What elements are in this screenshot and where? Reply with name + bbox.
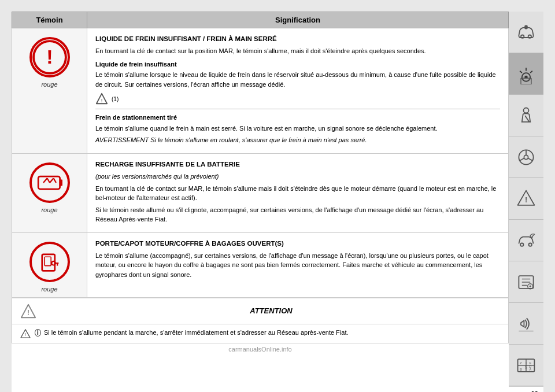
indicator-cell-2: rouge [12, 153, 87, 232]
desc-brake-4: AVERTISSEMENT Si le témoin s'allume en r… [95, 135, 500, 145]
exclamation-svg: ! [32, 39, 68, 75]
desc-brake-2: Le témoin s'allume lorsque le niveau de … [95, 70, 500, 89]
svg-text:!: ! [27, 309, 29, 317]
table-row: rouge PORTE/CAPOT MOTEUR/COFFRE À BAGAGE… [12, 232, 509, 297]
watermark: carmanualsOnline.info [12, 343, 509, 355]
right-sidebar: ! [509, 12, 543, 392]
svg-text:Z: Z [520, 361, 522, 365]
svg-point-37 [520, 243, 523, 246]
warning-light-icon [516, 64, 536, 84]
description-cell-1: LIQUIDE DE FREIN INSUFFISANT / FREIN À M… [87, 28, 509, 154]
hazard-icon: ! [516, 188, 536, 209]
steering-wheel-icon [516, 147, 536, 168]
note-triangle-icon: ! [20, 329, 31, 338]
svg-rect-5 [60, 179, 62, 186]
svg-line-25 [530, 71, 532, 73]
subtitle-brake-1: Liquide de frein insuffisant [95, 60, 500, 69]
svg-line-9 [53, 178, 56, 183]
door-svg [37, 249, 62, 275]
attention-title: ATTENTION [42, 306, 500, 315]
svg-line-7 [47, 178, 49, 183]
svg-point-38 [529, 243, 532, 246]
subtitle-brake-2: Frein de stationnement tiré [95, 113, 500, 123]
note-content: Si le témoin s'allume pendant la marche,… [44, 329, 349, 336]
svg-text:!: ! [46, 46, 53, 68]
header-signification: Signification [87, 12, 509, 28]
sidebar-item-service[interactable] [509, 220, 543, 261]
desc-brake-1: En tournant la clé de contact sur la pos… [95, 46, 500, 56]
sidebar-item-hazard[interactable]: ! [509, 178, 543, 220]
page-number: 41 [509, 386, 543, 392]
title-door: PORTE/CAPOT MOTEUR/COFFRE À BAGAGES OUVE… [95, 239, 500, 249]
sidebar-item-warning[interactable] [509, 53, 543, 95]
title-battery-sub: (pour les versions/marchés qui la prévoi… [95, 172, 500, 182]
svg-rect-21 [524, 25, 527, 29]
svg-text:!: ! [25, 332, 26, 337]
sidebar-item-language[interactable]: Z E B A C D I T [509, 345, 543, 386]
warning-text: (1) [112, 95, 119, 103]
battery-svg [37, 172, 62, 193]
attention-triangle-icon: ! [20, 303, 36, 319]
exclamation-circle-icon: ! [29, 37, 70, 77]
person-seatbelt-icon [516, 105, 536, 126]
svg-line-34 [528, 158, 533, 161]
title-battery: RECHARGE INSUFFISANTE DE LA BATTERIE [95, 160, 500, 169]
table-row: ! rouge LIQUIDE DE FREIN INSUFFISANT / F… [12, 28, 509, 154]
indicator-cell-3: rouge [12, 232, 87, 297]
indicator-table: Témoin Signification ! rouge [12, 12, 509, 298]
description-cell-2: RECHARGE INSUFFISANTE DE LA BATTERIE (po… [87, 153, 509, 232]
sidebar-item-audio[interactable] [509, 303, 543, 345]
audio-signal-icon [516, 313, 536, 334]
page-wrapper: Témoin Signification ! rouge [12, 12, 543, 392]
settings-list-icon [516, 272, 536, 293]
svg-point-31 [524, 155, 528, 159]
desc-battery-1: En tournant la clé de contact sur MAR, l… [95, 184, 500, 203]
sidebar-item-person[interactable] [509, 95, 543, 136]
svg-point-12 [51, 261, 56, 265]
svg-point-20 [528, 35, 531, 38]
svg-text:!: ! [525, 196, 527, 204]
indicator-cell-1: ! rouge [12, 28, 87, 154]
svg-line-8 [50, 178, 54, 183]
svg-text:T: T [525, 368, 527, 371]
sidebar-item-steering[interactable] [509, 136, 543, 178]
main-content: Témoin Signification ! rouge [12, 12, 509, 392]
car-wrench-icon [516, 230, 536, 251]
warning-triangle-icon: ! [95, 93, 108, 105]
desc-brake-3: Le témoin s'allume quand le frein à main… [95, 124, 500, 134]
sidebar-item-settings[interactable] [509, 261, 543, 303]
svg-text:I: I [526, 361, 527, 365]
attention-box: ! ATTENTION [12, 298, 509, 324]
svg-line-24 [520, 71, 522, 73]
svg-text:D: D [529, 364, 531, 368]
rouge-label-2: rouge [18, 206, 81, 213]
svg-text:!: ! [101, 98, 103, 103]
svg-line-29 [525, 116, 529, 122]
car-info-icon [516, 22, 536, 43]
note-text: ! i Si le témoin s'allume pendant la mar… [20, 329, 349, 336]
note-box: ! i Si le témoin s'allume pendant la mar… [12, 324, 509, 343]
svg-line-33 [519, 158, 524, 161]
rouge-label-3: rouge [18, 286, 81, 293]
svg-point-19 [521, 35, 524, 38]
note-circle-icon: i [35, 329, 41, 336]
warning-box: ! (1) [95, 93, 500, 105]
battery-circle-icon [29, 162, 70, 203]
table-row: rouge RECHARGE INSUFFISANTE DE LA BATTER… [12, 153, 509, 232]
svg-rect-11 [45, 257, 51, 265]
rouge-label-1: rouge [18, 81, 81, 88]
title-brake: LIQUIDE DE FREIN INSUFFISANT / FREIN À M… [95, 34, 500, 44]
svg-line-6 [43, 178, 47, 183]
desc-door-1: Le témoin s'allume (accompagné), sur cer… [95, 251, 500, 280]
separator-1 [95, 109, 500, 109]
svg-text:B: B [520, 368, 522, 371]
svg-point-28 [524, 108, 529, 113]
language-grid-icon: Z E B A C D I T [516, 355, 536, 376]
header-temoin: Témoin [12, 12, 87, 28]
sidebar-item-car-info[interactable] [509, 12, 543, 53]
desc-battery-2: Si le témoin reste allumé ou s'il cligno… [95, 205, 500, 224]
svg-text:A: A [529, 368, 531, 371]
description-cell-3: PORTE/CAPOT MOTEUR/COFFRE À BAGAGES OUVE… [87, 232, 509, 297]
door-circle-icon [29, 242, 70, 282]
